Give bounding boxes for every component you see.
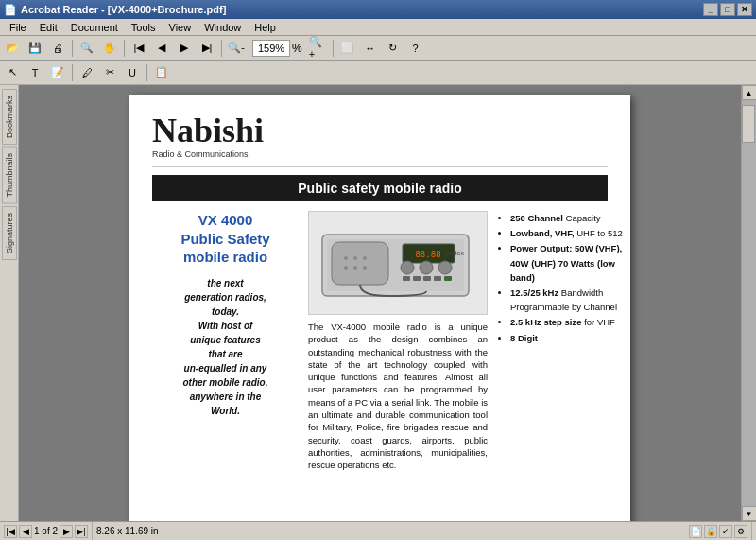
next-page-button[interactable]: ▶ bbox=[174, 38, 195, 59]
status-tool-3[interactable]: ✓ bbox=[719, 525, 732, 538]
feature-line-3: today. bbox=[152, 305, 299, 319]
header-title: Public safety mobile radio bbox=[298, 181, 462, 196]
zoom-input[interactable] bbox=[252, 40, 290, 57]
prev-page-button[interactable]: ◀ bbox=[151, 38, 172, 59]
title-bar: 📄 Acrobat Reader - [VX-4000+Brochure.pdf… bbox=[0, 0, 756, 19]
spec-item-5: 2.5 kHz step size for VHF bbox=[510, 315, 630, 329]
strikeout-tool[interactable]: ✂ bbox=[99, 62, 120, 83]
svg-text:88:88: 88:88 bbox=[415, 250, 440, 259]
svg-point-9 bbox=[353, 266, 357, 270]
svg-point-5 bbox=[344, 256, 348, 260]
page-nav-section: |◀ ◀ 1 of 2 ▶ ▶| bbox=[4, 522, 93, 540]
zoom-in-button[interactable]: 🔍+ bbox=[308, 38, 329, 59]
svg-rect-17 bbox=[434, 276, 441, 281]
svg-rect-16 bbox=[423, 276, 431, 281]
close-button[interactable]: ✕ bbox=[737, 3, 752, 16]
feature-line-2: generation radios, bbox=[152, 290, 299, 305]
scroll-down-button[interactable]: ▼ bbox=[742, 506, 757, 521]
spec-item-1: 250 Channel Capacity bbox=[510, 211, 630, 225]
last-page-button[interactable]: ▶| bbox=[197, 38, 217, 59]
feature-line-9: anywhere in the bbox=[152, 390, 299, 404]
separator-4 bbox=[333, 40, 334, 57]
thumbnails-tab[interactable]: Thumbnails bbox=[2, 147, 17, 204]
menu-document[interactable]: Document bbox=[65, 21, 124, 34]
spec-item-6: 8 Digit bbox=[510, 331, 630, 345]
header-bar: Public safety mobile radio bbox=[152, 175, 608, 201]
search-button[interactable]: 🔍 bbox=[77, 38, 97, 59]
menu-help[interactable]: Help bbox=[249, 21, 282, 34]
status-tool-4[interactable]: ⚙ bbox=[734, 525, 747, 538]
feature-line-7: un-equalled in any bbox=[152, 361, 299, 375]
scroll-thumb[interactable] bbox=[742, 105, 755, 143]
menu-window[interactable]: Window bbox=[198, 21, 247, 34]
right-scrollbar: ▲ ▼ bbox=[741, 85, 756, 521]
print-button[interactable]: 🖨 bbox=[47, 38, 68, 59]
toolbar-1: 📂 💾 🖨 🔍 ✋ |◀ ◀ ▶ ▶| 🔍- % 🔍+ ⬜ ↔ ↻ ? bbox=[0, 36, 756, 61]
status-tools-section: 📄 🔒 ✓ ⚙ bbox=[689, 522, 752, 540]
status-first-page[interactable]: |◀ bbox=[4, 525, 17, 538]
svg-rect-4 bbox=[332, 242, 388, 285]
zoom-box: % bbox=[249, 40, 306, 57]
status-next-page[interactable]: ▶ bbox=[60, 525, 73, 538]
status-prev-page[interactable]: ◀ bbox=[19, 525, 32, 538]
open-button[interactable]: 📂 bbox=[2, 38, 23, 59]
separator-3 bbox=[221, 40, 222, 57]
scroll-up-button[interactable]: ▲ bbox=[742, 85, 757, 100]
desc-content: The VX-4000 mobile radio is a unique pro… bbox=[308, 322, 488, 470]
svg-rect-15 bbox=[413, 276, 421, 281]
menu-bar: File Edit Document Tools View Window Hel… bbox=[0, 19, 756, 36]
minimize-button[interactable]: _ bbox=[703, 3, 718, 16]
separator-5 bbox=[72, 64, 73, 81]
spec-item-4: 12.5/25 kHz Bandwidth Programmable by Ch… bbox=[510, 286, 630, 314]
svg-rect-18 bbox=[444, 276, 452, 281]
signatures-tab[interactable]: Signatures bbox=[2, 206, 17, 260]
menu-view[interactable]: View bbox=[163, 21, 198, 34]
hand-tool[interactable]: ✋ bbox=[99, 38, 120, 59]
app-icon: 📄 bbox=[4, 4, 17, 16]
bookmarks-tab[interactable]: Bookmarks bbox=[2, 89, 17, 145]
restore-button[interactable]: □ bbox=[720, 3, 735, 16]
help-button[interactable]: ? bbox=[405, 38, 426, 59]
menu-edit[interactable]: Edit bbox=[34, 21, 63, 34]
menu-tools[interactable]: Tools bbox=[126, 21, 162, 34]
first-page-button[interactable]: |◀ bbox=[129, 38, 149, 59]
select-tool[interactable]: ↖ bbox=[2, 62, 23, 83]
fit-width-button[interactable]: ↔ bbox=[360, 38, 381, 59]
scroll-track[interactable] bbox=[742, 100, 756, 506]
svg-point-8 bbox=[344, 266, 348, 270]
status-tool-1[interactable]: 📄 bbox=[689, 525, 702, 538]
feature-line-4: With host of bbox=[152, 319, 299, 333]
logo-main: Nabishi bbox=[152, 113, 264, 148]
highlight-tool[interactable]: 🖊 bbox=[77, 62, 97, 83]
underline-tool[interactable]: U bbox=[122, 62, 143, 83]
logo-sub: Radio & Communications bbox=[152, 149, 264, 159]
save-button[interactable]: 💾 bbox=[25, 38, 45, 59]
status-last-page[interactable]: ▶| bbox=[75, 525, 88, 538]
page-label: 1 of 2 bbox=[34, 526, 58, 536]
stamp-tool[interactable]: 📋 bbox=[151, 62, 172, 83]
feature-line-10: World. bbox=[152, 404, 299, 418]
pdf-area: Nabishi Radio & Communications Public sa… bbox=[19, 85, 741, 521]
zoom-out-button[interactable]: 🔍- bbox=[226, 38, 247, 59]
svg-text:Vertex: Vertex bbox=[445, 250, 464, 256]
window-title: Acrobat Reader - [VX-4000+Brochure.pdf] bbox=[21, 4, 226, 15]
separator-2 bbox=[124, 40, 125, 57]
left-panel: Bookmarks Thumbnails Signatures bbox=[0, 85, 19, 521]
note-tool[interactable]: 📝 bbox=[47, 62, 68, 83]
right-column: 250 Channel Capacity Lowband, VHF, UHF t… bbox=[497, 211, 630, 472]
rotate-button[interactable]: ↻ bbox=[383, 38, 404, 59]
product-title-line3: mobile radio bbox=[152, 248, 299, 267]
spec-item-3: Power Output: 50W (VHF), 40W (UHF) 70 Wa… bbox=[510, 241, 630, 285]
svg-rect-14 bbox=[403, 276, 410, 281]
svg-point-13 bbox=[438, 261, 452, 274]
fit-page-button[interactable]: ⬜ bbox=[337, 38, 358, 59]
product-title-line2: Public Safety bbox=[152, 230, 299, 249]
toolbar-2: ↖ T 📝 🖊 ✂ U 📋 bbox=[0, 61, 756, 85]
text-tool[interactable]: T bbox=[25, 62, 45, 83]
status-tool-2[interactable]: 🔒 bbox=[704, 525, 717, 538]
separator-1 bbox=[72, 40, 73, 57]
feature-line-1: the next bbox=[152, 276, 299, 290]
spec-list: 250 Channel Capacity Lowband, VHF, UHF t… bbox=[497, 211, 630, 345]
menu-file[interactable]: File bbox=[4, 21, 32, 34]
logo-section: Nabishi Radio & Communications bbox=[152, 113, 608, 167]
